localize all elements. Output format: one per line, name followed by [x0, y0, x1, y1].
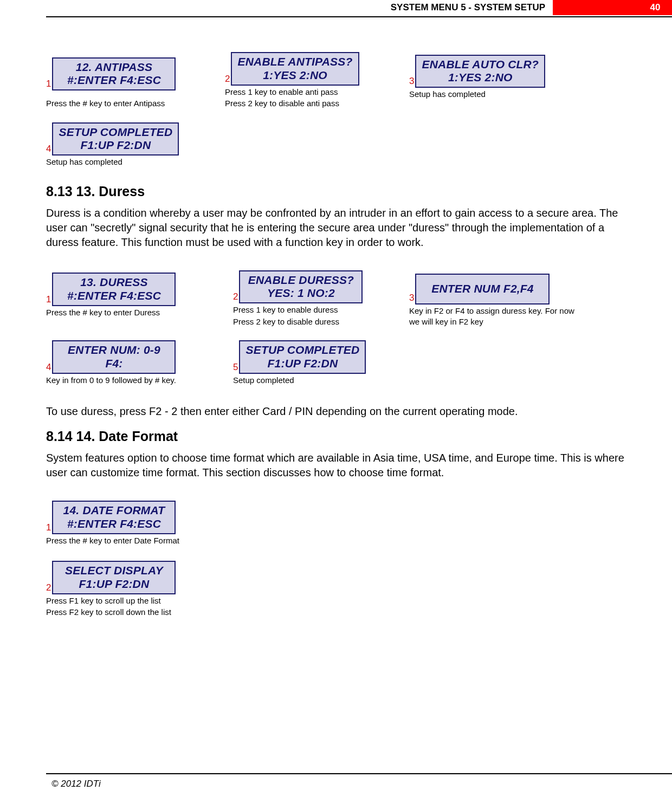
- step-caption: Key in from 0 to 9 followed by # key.: [46, 375, 233, 386]
- step-number: 1: [46, 294, 51, 305]
- page-number-text: 40: [650, 2, 661, 13]
- step-number: 5: [233, 362, 238, 373]
- lcd-line-1: 13. DURESS: [59, 276, 169, 289]
- lcd-line-1: ENABLE DURESS?: [245, 274, 356, 287]
- step-number: 1: [46, 79, 51, 89]
- duress-paragraph: Duress is a condition whereby a user may…: [46, 206, 626, 250]
- duress-step-4: 4 ENTER NUM: 0-9 F4: Key in from 0 to 9 …: [46, 340, 233, 385]
- date-format-steps: 1 14. DATE FORMAT #:ENTER F4:ESC Press t…: [46, 501, 626, 618]
- header-border: [46, 16, 672, 17]
- step-number: 2: [46, 582, 51, 593]
- step-number: 4: [46, 362, 51, 373]
- lcd-line-1: SETUP COMPLETED: [245, 344, 359, 357]
- step-caption: Setup completed: [233, 375, 412, 386]
- lcd-display: ENABLE AUTO CLR? 1:YES 2:NO: [415, 55, 545, 88]
- lcd-line-2: YES: 1 NO:2: [245, 287, 356, 300]
- page-header: SYSTEM MENU 5 - SYSTEM SETUP 40: [46, 0, 626, 20]
- duress-usage-note: To use duress, press F2 - 2 then enter e…: [46, 404, 626, 419]
- step-caption-line-2: Press 2 key to disable anti pass: [225, 98, 409, 109]
- step-number: 4: [46, 144, 51, 154]
- lcd-line-2: #:ENTER F4:ESC: [59, 517, 169, 531]
- lcd-display: SETUP COMPLETED F1:UP F2:DN: [239, 340, 366, 374]
- footer-copyright: © 2012 IDTi: [51, 779, 101, 789]
- lcd-line-2: 1:YES 2:NO: [422, 71, 539, 85]
- date-format-step-1: 1 14. DATE FORMAT #:ENTER F4:ESC Press t…: [46, 501, 233, 546]
- step-caption: Setup has completed: [409, 89, 588, 100]
- step-caption-line-1: Press 1 key to enable anti pass: [225, 87, 409, 98]
- step-caption: Press the # key to enter Antipass: [46, 98, 225, 109]
- step-caption-line-2: Press 2 key to disable duress: [233, 316, 409, 327]
- step-number: 2: [233, 291, 238, 302]
- header-page-number: 40: [638, 0, 672, 15]
- lcd-display: ENTER NUM F2,F4: [415, 274, 550, 304]
- duress-row-2: 4 ENTER NUM: 0-9 F4: Key in from 0 to 9 …: [46, 340, 626, 385]
- antipass-step-4: 4 SETUP COMPLETED F1:UP F2:DN Setup has …: [46, 122, 225, 167]
- antipass-step-2: 2 ENABLE ANTIPASS? 1:YES 2:NO Press 1 ke…: [225, 52, 409, 109]
- antipass-step-1: 1 12. ANTIPASS #:ENTER F4:ESC Press the …: [46, 57, 225, 109]
- lcd-line-2: F1:UP F2:DN: [59, 578, 169, 591]
- duress-step-2: 2 ENABLE DURESS? YES: 1 NO:2 Press 1 key…: [233, 270, 409, 327]
- step-caption-line-1: Press F1 key to scroll up the list: [46, 595, 233, 606]
- lcd-line-1: SELECT DISPLAY: [59, 564, 169, 578]
- lcd-line-2: #:ENTER F4:ESC: [59, 289, 169, 303]
- lcd-line-1: SETUP COMPLETED: [59, 126, 172, 139]
- step-caption-line-1: Press 1 key to enable duress: [233, 304, 409, 315]
- lcd-line-1: ENTER NUM: 0-9: [59, 344, 169, 357]
- step-caption: Setup has completed: [46, 157, 225, 167]
- lcd-line-1: 14. DATE FORMAT: [59, 504, 169, 517]
- section-heading-date-format: 8.14 14. Date Format: [46, 429, 626, 444]
- section-heading-duress: 8.13 13. Duress: [46, 184, 626, 199]
- date-format-paragraph: System features option to choose time fo…: [46, 451, 626, 480]
- lcd-display: 12. ANTIPASS #:ENTER F4:ESC: [52, 57, 176, 91]
- step-number: 1: [46, 522, 51, 533]
- duress-step-3: 3 ENTER NUM F2,F4 Key in F2 or F4 to ass…: [409, 274, 593, 327]
- lcd-line-2: 1:YES 2:NO: [237, 69, 352, 82]
- lcd-display: ENTER NUM: 0-9 F4:: [52, 340, 176, 374]
- footer-rule: [46, 773, 672, 774]
- lcd-display: SETUP COMPLETED F1:UP F2:DN: [52, 122, 179, 156]
- lcd-line-2: F1:UP F2:DN: [245, 357, 359, 371]
- antipass-row-1: 1 12. ANTIPASS #:ENTER F4:ESC Press the …: [46, 52, 626, 109]
- lcd-display: 13. DURESS #:ENTER F4:ESC: [52, 273, 176, 306]
- header-title-text: SYSTEM MENU 5 - SYSTEM SETUP: [391, 2, 545, 13]
- lcd-line-1: 12. ANTIPASS: [59, 61, 169, 74]
- antipass-row-2: 4 SETUP COMPLETED F1:UP F2:DN Setup has …: [46, 122, 626, 167]
- lcd-display: SELECT DISPLAY F1:UP F2:DN: [52, 561, 176, 594]
- lcd-line-1: ENABLE AUTO CLR?: [422, 58, 539, 72]
- step-number: 2: [225, 74, 230, 85]
- antipass-step-3: 3 ENABLE AUTO CLR? 1:YES 2:NO Setup has …: [409, 55, 588, 109]
- page: SYSTEM MENU 5 - SYSTEM SETUP 40 1 12. AN…: [0, 0, 672, 797]
- header-title: SYSTEM MENU 5 - SYSTEM SETUP: [383, 0, 553, 15]
- step-number: 3: [409, 76, 414, 87]
- step-caption: Key in F2 or F4 to assign duress key. Fo…: [409, 306, 583, 327]
- step-caption: Press the # key to enter Date Format: [46, 535, 233, 546]
- lcd-line-2: F4:: [59, 357, 169, 371]
- step-caption: Press the # key to enter Duress: [46, 307, 233, 318]
- date-format-step-2: 2 SELECT DISPLAY F1:UP F2:DN Press F1 ke…: [46, 561, 233, 618]
- lcd-line-1: ENABLE ANTIPASS?: [237, 55, 352, 69]
- lcd-display: 14. DATE FORMAT #:ENTER F4:ESC: [52, 501, 176, 534]
- lcd-display: ENABLE ANTIPASS? 1:YES 2:NO: [231, 52, 359, 86]
- duress-step-1: 1 13. DURESS #:ENTER F4:ESC Press the # …: [46, 273, 233, 327]
- lcd-line-2: #:ENTER F4:ESC: [59, 74, 169, 87]
- lcd-line-1: ENTER NUM F2,F4: [421, 282, 544, 296]
- duress-step-5: 5 SETUP COMPLETED F1:UP F2:DN Setup comp…: [233, 340, 412, 385]
- lcd-line-2: F1:UP F2:DN: [59, 139, 172, 152]
- step-number: 3: [409, 293, 414, 303]
- step-caption-line-2: Press F2 key to scroll down the list: [46, 607, 233, 618]
- duress-row-1: 1 13. DURESS #:ENTER F4:ESC Press the # …: [46, 270, 626, 327]
- lcd-display: ENABLE DURESS? YES: 1 NO:2: [239, 270, 363, 304]
